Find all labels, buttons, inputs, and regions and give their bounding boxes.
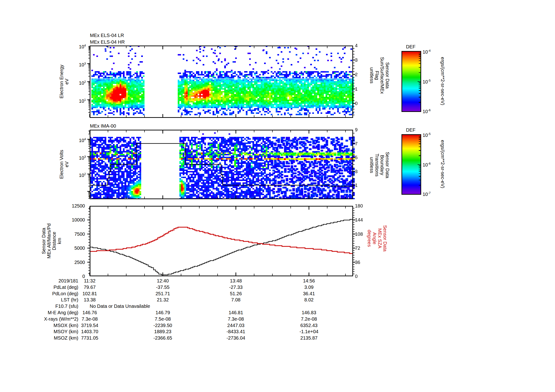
table-cell: -8433.41 (226, 329, 245, 334)
ima-colorbar-tick (419, 155, 420, 156)
ima-y-tick-label: 102 (0, 171, 86, 178)
els-title-hr: MEx ELS-04 HR (90, 39, 125, 45)
sza-tick-label: 144 (355, 217, 363, 222)
ima-colorbar-tick (419, 171, 420, 171)
ima-colorbar-tick (419, 167, 420, 168)
ima-colorbar-tick (419, 176, 420, 177)
ima-colorbar-tick (419, 180, 420, 180)
table-cell: 146.76 (82, 310, 97, 315)
ima-y-axis-label: Electron Volts eV (59, 150, 69, 179)
table-cell: 251.71 (155, 291, 170, 296)
ima-boundary-tick-label: 9 (355, 127, 358, 132)
table-cell: 146.79 (155, 310, 170, 315)
els-colorbar-tick-label: 10-4 (423, 48, 431, 55)
table-cell: 2135.87 (300, 335, 317, 341)
els-colorbar-tick (419, 72, 420, 73)
els-flag-tick-label: 0 (355, 101, 358, 106)
table-cell: 7.08 (231, 297, 241, 302)
table-row-label: PdLat (deg) (0, 285, 78, 290)
ima-colorbar-units-label: ergs/(cm**2-sr-sec-eV) (440, 140, 445, 188)
els-flag-tick-label: 4 (355, 43, 358, 48)
sza-tick-label: 0 (355, 274, 358, 279)
ima-spectrogram-panel (86, 130, 357, 199)
ima-colorbar-tick-label: 10-5 (423, 131, 431, 138)
ima-colorbar-tick (419, 165, 420, 166)
ima-colorbar-tick (419, 147, 420, 147)
ima-colorbar-tick (419, 139, 420, 140)
table-cell: -27.33 (229, 285, 243, 290)
els-colorbar-tick (419, 97, 420, 98)
els-colorbar-tick (419, 86, 420, 86)
table-cell: 7.3e-08 (228, 316, 244, 321)
ima-boundary-tick-label: 5 (355, 155, 358, 160)
x-axis-time-label: 14:56 (303, 278, 315, 283)
table-cell: 51.26 (230, 291, 242, 296)
ima-colorbar-tick (419, 173, 420, 174)
els-title-lr: MEx ELS-04 LR (90, 33, 124, 38)
els-colorbar-tick (419, 84, 420, 85)
els-flag-tick-label: 3 (355, 57, 358, 63)
ima-title: MEx IMA-00 (90, 123, 116, 128)
table-cell: 7.5e-08 (155, 316, 171, 321)
ima-boundary-axis-label: Sensor Data Boundary Transitions unitles… (369, 152, 390, 178)
els-y-tick-label: 103 (0, 61, 86, 67)
els-colorbar-tick-label: 10-6 (423, 108, 431, 114)
x-axis-time-label: 13:48 (230, 278, 242, 283)
x-axis-time-label: 11:32 (84, 278, 96, 283)
table-cell: 146.83 (302, 310, 316, 315)
els-colorbar (402, 51, 421, 112)
sza-tick-label: 72 (355, 245, 360, 251)
ima-colorbar-tick (418, 164, 420, 165)
table-cell: 3719.54 (81, 323, 98, 328)
els-colorbar-tick (419, 58, 420, 59)
els-colorbar-tick (419, 88, 420, 88)
ima-boundary-tick-label: 1 (355, 183, 358, 188)
table-row-label: M-E Ang (deg) (0, 310, 78, 315)
els-colorbar-tick (419, 63, 420, 64)
sza-tick-label: 180 (355, 203, 363, 208)
ima-boundary-tick-label: 3 (355, 169, 358, 174)
alt-y-axis-label: Sensor Data MEx Alt/Mars/Pd Distance km (41, 223, 62, 258)
mex-quicklook-plot-page: MEx ELS-04 LR MEx ELS-04 HR MEx IMA-00 1… (0, 0, 555, 392)
alt-y-tick-label: 10000 (0, 217, 85, 222)
ima-colorbar-tick (419, 137, 420, 138)
table-cell: 13.38 (84, 297, 96, 302)
els-colorbar-tick (419, 67, 420, 68)
table-row-label: MSOX (km) (0, 323, 78, 328)
table-cell: 36.41 (303, 291, 315, 296)
els-colorbar-tick (419, 60, 420, 61)
table-cell: 6352.43 (300, 323, 317, 328)
table-row-label: PdLon (deg) (0, 291, 78, 296)
els-spectrogram-panel (86, 46, 357, 118)
els-colorbar-tick (419, 53, 420, 54)
x-axis-date-label: 2019/181 (0, 278, 78, 283)
els-colorbar-tick (419, 93, 420, 94)
ima-colorbar-tick (419, 141, 420, 142)
altitude-sza-line-panel (86, 206, 357, 276)
table-no-data-note: No Data or Data Unavailable (90, 304, 150, 309)
sza-tick-label: 36 (355, 260, 360, 265)
els-y-tick-label: 101 (0, 97, 86, 104)
table-row-label: LST (hr) (0, 297, 78, 302)
ima-colorbar-tick (419, 185, 420, 186)
sza-tick-label: 108 (355, 231, 363, 237)
table-cell: 3.09 (304, 285, 314, 290)
table-cell: 8.02 (304, 297, 314, 302)
ima-colorbar-tick (419, 150, 420, 151)
table-cell: 7.3e-08 (82, 316, 98, 321)
els-colorbar-tick (418, 81, 420, 82)
table-cell: 102.81 (82, 291, 97, 296)
ima-colorbar (402, 134, 421, 195)
table-cell: 21.32 (157, 297, 169, 302)
ima-y-tick-label: 103 (0, 154, 86, 161)
els-flag-tick-label: 1 (355, 86, 358, 92)
els-colorbar-tick (419, 102, 420, 103)
table-cell: 7.2e-08 (301, 316, 317, 321)
ima-colorbar-tick-label: 10-7 (423, 190, 431, 197)
alt-y-tick-label: 12500 (0, 203, 85, 208)
els-colorbar-tick-label: 10-5 (423, 78, 431, 85)
table-row-label: F10.7 (sfu) (0, 304, 78, 309)
table-row-label: MSOZ (km) (0, 335, 78, 341)
x-axis-time-label: 12:40 (157, 278, 169, 283)
table-cell: -2736.04 (226, 335, 245, 341)
